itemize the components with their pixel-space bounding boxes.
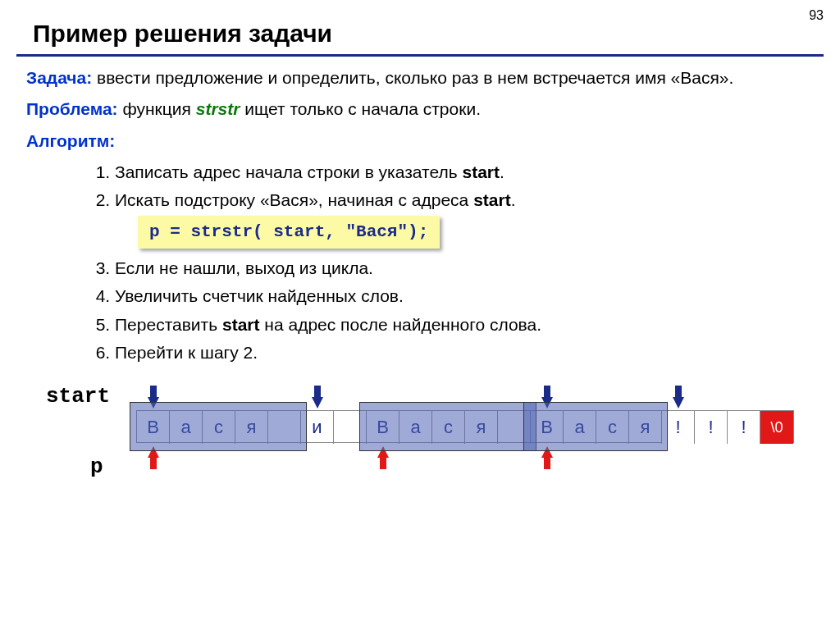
algorithm-label: Алгоритм: <box>26 130 814 153</box>
string-diagram: start p Вася и Вася Вася!!!\0 <box>26 376 814 482</box>
title-underline <box>16 54 824 57</box>
step-5: Переставить start на адрес после найденн… <box>115 313 814 336</box>
algorithm-list: Записать адрес начала строки в указатель… <box>26 161 814 364</box>
array-cell: ! <box>695 411 728 444</box>
step-3: Если не нашли, выход из цикла. <box>115 257 814 280</box>
code-snippet: p = strstr( start, "Вася"); <box>138 216 440 249</box>
start-arrow-icon <box>312 397 323 409</box>
step-6: Перейти к шагу 2. <box>115 341 814 364</box>
step-1: Записать адрес начала строки в указатель… <box>115 161 814 184</box>
highlight-box-2 <box>359 402 536 451</box>
highlight-box-1 <box>130 402 307 451</box>
task-paragraph: Задача: ввести предложение и определить,… <box>26 66 814 89</box>
problem-paragraph: Проблема: функция strstr ищет только с н… <box>26 98 814 121</box>
start-pointer-label: start <box>46 382 110 411</box>
array-cell: \0 <box>760 411 793 444</box>
problem-pre: функция <box>118 99 196 118</box>
problem-post: ищет только с начала строки. <box>240 99 481 118</box>
page-title: Пример решения задачи <box>0 0 840 54</box>
problem-label: Проблема: <box>26 99 118 118</box>
page-number: 93 <box>809 8 824 23</box>
task-label: Задача: <box>26 68 92 87</box>
highlight-box-3 <box>523 402 668 451</box>
task-text: ввести предложение и определить, сколько… <box>92 68 733 87</box>
start-arrow-icon <box>673 397 684 409</box>
content-area: Задача: ввести предложение и определить,… <box>0 66 840 482</box>
array-cell: ! <box>728 411 760 444</box>
p-pointer-label: p <box>90 453 103 482</box>
step-4: Увеличить счетчик найденных слов. <box>115 285 814 308</box>
step-2: Искать подстроку «Вася», начиная с адрес… <box>115 189 814 252</box>
strstr-function: strstr <box>196 99 240 118</box>
